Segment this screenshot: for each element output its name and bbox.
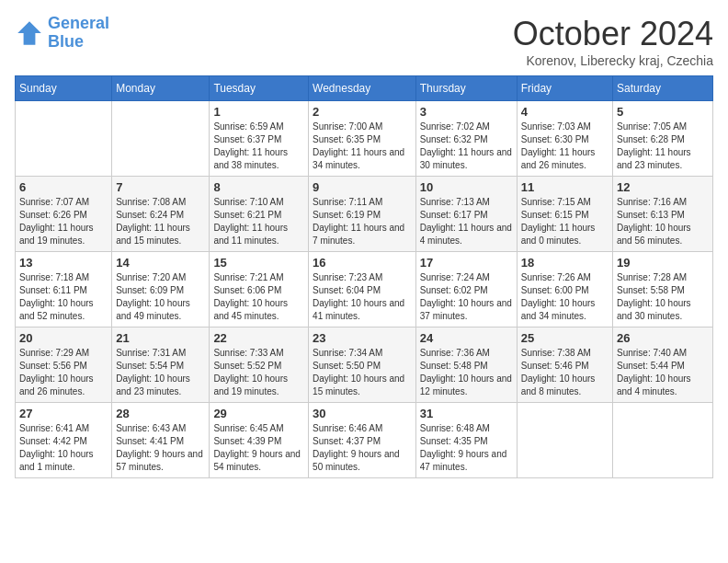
day-cell: 20Sunrise: 7:29 AM Sunset: 5:56 PM Dayli… [16,327,112,403]
week-row-2: 6Sunrise: 7:07 AM Sunset: 6:26 PM Daylig… [16,177,713,252]
logo-icon [15,18,44,48]
day-cell: 13Sunrise: 7:18 AM Sunset: 6:11 PM Dayli… [16,252,112,327]
day-number: 20 [19,331,108,345]
day-cell: 1Sunrise: 6:59 AM Sunset: 6:37 PM Daylig… [210,101,309,177]
day-number: 16 [313,256,412,270]
day-cell: 11Sunrise: 7:15 AM Sunset: 6:15 PM Dayli… [517,177,612,252]
day-number: 24 [420,331,513,345]
day-cell: 9Sunrise: 7:11 AM Sunset: 6:19 PM Daylig… [309,177,416,252]
logo-line2: Blue [48,32,84,51]
day-number: 6 [19,180,108,194]
calendar-table: SundayMondayTuesdayWednesdayThursdayFrid… [15,75,713,478]
day-number: 22 [213,331,304,345]
day-info: Sunrise: 7:18 AM Sunset: 6:11 PM Dayligh… [19,271,108,323]
day-header-thursday: Thursday [415,76,517,101]
day-number: 17 [420,256,513,270]
day-info: Sunrise: 7:29 AM Sunset: 5:56 PM Dayligh… [19,347,108,398]
day-cell: 26Sunrise: 7:40 AM Sunset: 5:44 PM Dayli… [613,327,713,403]
day-number: 31 [420,407,513,420]
day-number: 21 [116,331,205,345]
header-row: SundayMondayTuesdayWednesdayThursdayFrid… [16,76,713,101]
day-cell [16,101,112,177]
day-cell: 12Sunrise: 7:16 AM Sunset: 6:13 PM Dayli… [613,177,713,252]
day-info: Sunrise: 6:46 AM Sunset: 4:37 PM Dayligh… [313,422,412,474]
day-number: 12 [617,180,709,194]
day-info: Sunrise: 6:45 AM Sunset: 4:39 PM Dayligh… [213,422,304,474]
day-number: 13 [19,256,108,270]
week-row-5: 27Sunrise: 6:41 AM Sunset: 4:42 PM Dayli… [16,403,713,478]
day-number: 2 [313,105,412,119]
day-number: 27 [19,407,108,420]
day-number: 7 [116,180,205,194]
day-info: Sunrise: 7:03 AM Sunset: 6:30 PM Dayligh… [521,121,609,172]
day-info: Sunrise: 7:05 AM Sunset: 6:28 PM Dayligh… [617,121,709,172]
day-info: Sunrise: 7:40 AM Sunset: 5:44 PM Dayligh… [617,347,709,398]
day-cell: 14Sunrise: 7:20 AM Sunset: 6:09 PM Dayli… [112,252,210,327]
day-number: 9 [313,180,412,194]
day-number: 1 [213,105,304,119]
day-info: Sunrise: 7:36 AM Sunset: 5:48 PM Dayligh… [420,347,513,398]
day-cell: 6Sunrise: 7:07 AM Sunset: 6:26 PM Daylig… [16,177,112,252]
day-cell: 27Sunrise: 6:41 AM Sunset: 4:42 PM Dayli… [16,403,112,478]
day-cell: 21Sunrise: 7:31 AM Sunset: 5:54 PM Dayli… [112,327,210,403]
day-info: Sunrise: 7:33 AM Sunset: 5:52 PM Dayligh… [213,347,304,398]
month-title: October 2024 [513,15,713,53]
day-number: 29 [213,407,304,420]
day-cell: 28Sunrise: 6:43 AM Sunset: 4:41 PM Dayli… [112,403,210,478]
logo: General Blue [15,15,109,52]
day-number: 15 [213,256,304,270]
day-info: Sunrise: 7:02 AM Sunset: 6:32 PM Dayligh… [420,121,513,172]
day-info: Sunrise: 7:13 AM Sunset: 6:17 PM Dayligh… [420,196,513,247]
day-number: 3 [420,105,513,119]
day-cell: 8Sunrise: 7:10 AM Sunset: 6:21 PM Daylig… [210,177,309,252]
day-info: Sunrise: 7:34 AM Sunset: 5:50 PM Dayligh… [313,347,412,398]
day-cell [112,101,210,177]
day-info: Sunrise: 7:11 AM Sunset: 6:19 PM Dayligh… [313,196,412,247]
day-number: 11 [521,180,609,194]
day-header-tuesday: Tuesday [210,76,309,101]
day-info: Sunrise: 7:21 AM Sunset: 6:06 PM Dayligh… [213,271,304,323]
day-number: 18 [521,256,609,270]
day-info: Sunrise: 7:24 AM Sunset: 6:02 PM Dayligh… [420,271,513,323]
day-number: 26 [617,331,709,345]
day-cell: 5Sunrise: 7:05 AM Sunset: 6:28 PM Daylig… [613,101,713,177]
day-info: Sunrise: 6:41 AM Sunset: 4:42 PM Dayligh… [19,422,108,474]
svg-marker-0 [17,21,41,45]
day-number: 8 [213,180,304,194]
day-header-friday: Friday [517,76,612,101]
day-info: Sunrise: 6:59 AM Sunset: 6:37 PM Dayligh… [213,121,304,172]
day-cell: 16Sunrise: 7:23 AM Sunset: 6:04 PM Dayli… [309,252,416,327]
day-number: 30 [313,407,412,420]
day-cell [517,403,612,478]
day-cell: 7Sunrise: 7:08 AM Sunset: 6:24 PM Daylig… [112,177,210,252]
day-cell: 30Sunrise: 6:46 AM Sunset: 4:37 PM Dayli… [309,403,416,478]
day-info: Sunrise: 7:26 AM Sunset: 6:00 PM Dayligh… [521,271,609,323]
location-subtitle: Korenov, Liberecky kraj, Czechia [513,53,713,68]
day-cell: 4Sunrise: 7:03 AM Sunset: 6:30 PM Daylig… [517,101,612,177]
day-cell: 22Sunrise: 7:33 AM Sunset: 5:52 PM Dayli… [210,327,309,403]
day-info: Sunrise: 7:16 AM Sunset: 6:13 PM Dayligh… [617,196,709,247]
day-number: 25 [521,331,609,345]
logo-text: General Blue [48,15,109,52]
day-cell: 29Sunrise: 6:45 AM Sunset: 4:39 PM Dayli… [210,403,309,478]
day-number: 19 [617,256,709,270]
week-row-4: 20Sunrise: 7:29 AM Sunset: 5:56 PM Dayli… [16,327,713,403]
day-cell: 24Sunrise: 7:36 AM Sunset: 5:48 PM Dayli… [415,327,517,403]
day-info: Sunrise: 7:07 AM Sunset: 6:26 PM Dayligh… [19,196,108,247]
day-cell [613,403,713,478]
day-cell: 25Sunrise: 7:38 AM Sunset: 5:46 PM Dayli… [517,327,612,403]
day-cell: 18Sunrise: 7:26 AM Sunset: 6:00 PM Dayli… [517,252,612,327]
day-cell: 15Sunrise: 7:21 AM Sunset: 6:06 PM Dayli… [210,252,309,327]
week-row-1: 1Sunrise: 6:59 AM Sunset: 6:37 PM Daylig… [16,101,713,177]
day-cell: 19Sunrise: 7:28 AM Sunset: 5:58 PM Dayli… [613,252,713,327]
day-cell: 10Sunrise: 7:13 AM Sunset: 6:17 PM Dayli… [415,177,517,252]
day-header-saturday: Saturday [613,76,713,101]
day-cell: 31Sunrise: 6:48 AM Sunset: 4:35 PM Dayli… [415,403,517,478]
day-info: Sunrise: 7:31 AM Sunset: 5:54 PM Dayligh… [116,347,205,398]
day-cell: 2Sunrise: 7:00 AM Sunset: 6:35 PM Daylig… [309,101,416,177]
day-info: Sunrise: 7:15 AM Sunset: 6:15 PM Dayligh… [521,196,609,247]
day-info: Sunrise: 7:00 AM Sunset: 6:35 PM Dayligh… [313,121,412,172]
day-cell: 23Sunrise: 7:34 AM Sunset: 5:50 PM Dayli… [309,327,416,403]
day-header-wednesday: Wednesday [309,76,416,101]
day-info: Sunrise: 6:43 AM Sunset: 4:41 PM Dayligh… [116,422,205,474]
